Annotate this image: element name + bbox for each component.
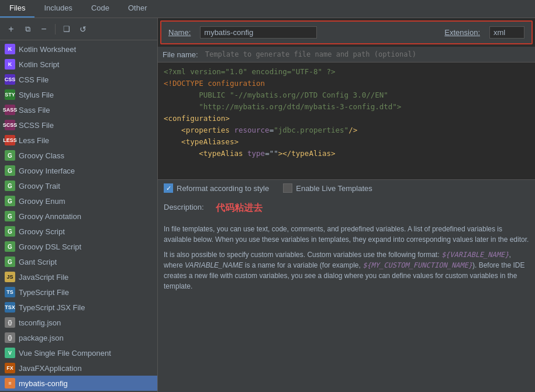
file-type-icon: STY (5, 89, 15, 100)
file-item-label: CSS File (19, 75, 49, 84)
code-line: <typeAlias type=""></typeAlias> (164, 148, 529, 159)
file-item-label: Less File (19, 136, 49, 145)
file-item-label: JavaFXApplication (19, 364, 82, 373)
file-type-icon: K (5, 59, 15, 70)
left-panel: + ⧉ − ❑ ↺ KKotlin WorksheetKKotlin Scrip… (0, 18, 158, 392)
file-item-label: Groovy Script (19, 227, 65, 236)
content-area: + ⧉ − ❑ ↺ KKotlin WorksheetKKotlin Scrip… (0, 18, 535, 392)
extension-input[interactable] (489, 26, 524, 39)
file-type-icon: SCSS (5, 120, 15, 130)
live-templates-label: Enable Live Templates (296, 184, 372, 193)
code-line: <!DOCTYPE configuration (164, 78, 529, 89)
duplicate-button[interactable]: ❑ (60, 23, 73, 36)
file-type-icon: TSX (5, 302, 15, 313)
list-item[interactable]: {}package.json (0, 330, 157, 345)
file-type-icon: V (5, 348, 15, 358)
file-type-icon: G (5, 150, 15, 161)
list-item[interactable]: GGroovy Class (0, 148, 157, 163)
list-item[interactable]: {}tsconfig.json (0, 315, 157, 330)
file-item-label: Groovy Trait (19, 182, 60, 190)
file-type-icon: G (5, 226, 15, 237)
add-button[interactable]: + (5, 23, 18, 36)
tab-code[interactable]: Code (82, 0, 119, 18)
name-input[interactable] (200, 26, 317, 39)
list-item[interactable]: GGroovy Interface (0, 163, 157, 178)
right-panel: Name: Extension: File name: <?xml versio… (158, 18, 535, 392)
file-item-label: Kotlin Script (19, 60, 59, 69)
list-item[interactable]: TSTypeScript File (0, 285, 157, 300)
code-line: <typeAliases> (164, 136, 529, 148)
file-type-icon: {} (5, 317, 15, 328)
toolbar: + ⧉ − ❑ ↺ (0, 18, 157, 40)
file-type-icon: G (5, 196, 15, 206)
name-extension-row: Name: Extension: (160, 20, 533, 44)
list-item[interactable]: VVue Single File Component (0, 345, 157, 360)
file-item-label: Vue Single File Component (19, 349, 111, 358)
description-label: Description: (164, 203, 204, 211)
code-line: <?xml version="1.0" encoding="UTF-8" ?> (164, 66, 529, 78)
file-item-label: Groovy Class (19, 151, 64, 160)
file-type-icon: G (5, 256, 15, 267)
file-type-icon: K (5, 44, 15, 54)
file-type-icon: ≡ (5, 378, 15, 388)
reformat-checkbox-box[interactable]: ✓ (164, 183, 173, 193)
list-item[interactable]: STYStylus File (0, 87, 157, 102)
list-item[interactable]: JSJavaScript File (0, 269, 157, 285)
code-editor[interactable]: <?xml version="1.0" encoding="UTF-8" ?><… (158, 63, 535, 179)
list-item[interactable]: KKotlin Script (0, 57, 157, 72)
file-item-label: package.json (19, 334, 64, 342)
filename-input[interactable] (203, 49, 530, 60)
list-item[interactable]: GGant Script (0, 254, 157, 269)
tab-includes[interactable]: Includes (34, 0, 81, 18)
reset-button[interactable]: ↺ (77, 23, 89, 36)
separator (55, 24, 56, 34)
file-type-icon: {} (5, 332, 15, 343)
file-item-label: tsconfig.json (19, 318, 61, 327)
remove-button[interactable]: − (37, 23, 50, 36)
live-templates-checkbox-box[interactable] (283, 183, 292, 193)
file-item-label: SCSS File (19, 121, 54, 130)
list-item[interactable]: ≡mybatis-config (0, 376, 157, 391)
list-item[interactable]: GGroovy Enum (0, 193, 157, 209)
code-line: "http://mybatis.org/dtd/mybatis-3-config… (164, 101, 529, 113)
list-item[interactable]: SCSSSCSS File (0, 117, 157, 133)
file-type-icon: JS (5, 272, 15, 282)
file-item-label: Groovy Enum (19, 197, 65, 206)
code-line: PUBLIC "-//mybatis.org//DTD Config 3.0//… (164, 89, 529, 101)
bottom-options: ✓ Reformat according to style Enable Liv… (158, 179, 535, 196)
filename-label: File name: (163, 50, 198, 59)
live-templates-checkbox[interactable]: Enable Live Templates (283, 183, 372, 193)
chinese-annotation: 代码粘进去 (216, 202, 263, 214)
list-item[interactable]: CSSCSS File (0, 72, 157, 87)
list-item[interactable]: GGroovy Script (0, 224, 157, 239)
list-item[interactable]: KKotlin Worksheet (0, 41, 157, 57)
file-item-label: Groovy Annotation (19, 212, 81, 221)
file-type-icon: SASS (5, 105, 15, 115)
code-line: <configuration> (164, 113, 529, 124)
tab-other[interactable]: Other (119, 0, 157, 18)
file-type-icon: TS (5, 287, 15, 297)
list-item[interactable]: FXJavaFXApplication (0, 360, 157, 376)
list-item[interactable]: GGroovy Annotation (0, 209, 157, 224)
top-tab-bar: Files Includes Code Other (0, 0, 535, 18)
file-item-label: Gant Script (19, 258, 57, 266)
description-paragraph-1: In file templates, you can use text, cod… (164, 224, 529, 245)
list-item[interactable]: LESSLess File (0, 133, 157, 148)
list-item[interactable]: GGroovy DSL Script (0, 239, 157, 254)
reformat-checkbox[interactable]: ✓ Reformat according to style (164, 183, 269, 193)
code-line: <properties resource="jdbc.properties"/> (164, 124, 529, 136)
file-item-label: TypeScript File (19, 288, 69, 297)
file-type-icon: G (5, 181, 15, 191)
file-type-icon: LESS (5, 135, 15, 145)
description-section: Description: 代码粘进去 (158, 196, 535, 220)
list-item[interactable]: GGroovy Trait (0, 178, 157, 193)
file-item-label: TypeScript JSX File (19, 303, 85, 312)
file-list: KKotlin WorksheetKKotlin ScriptCSSCSS Fi… (0, 40, 157, 392)
description-text: In file templates, you can use text, cod… (158, 220, 535, 392)
list-item[interactable]: SASSSass File (0, 102, 157, 117)
list-item[interactable]: TSXTypeScript JSX File (0, 300, 157, 315)
tab-files[interactable]: Files (0, 0, 34, 18)
copy-button[interactable]: ⧉ (21, 23, 34, 36)
file-item-label: Groovy Interface (19, 166, 75, 175)
file-type-icon: G (5, 165, 15, 176)
